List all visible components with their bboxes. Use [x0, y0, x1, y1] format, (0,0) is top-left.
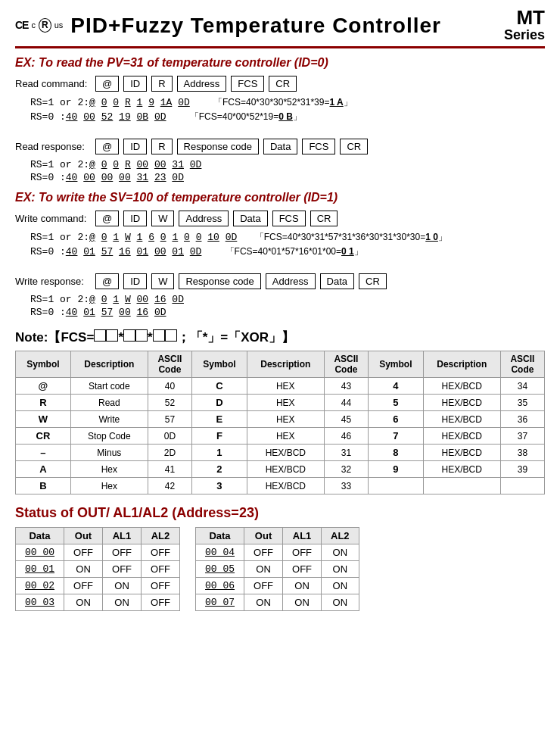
series-title: MT Series: [504, 8, 545, 43]
table-row: –Minus2D1HEX/BCD318HEX/BCD38: [16, 445, 545, 461]
cmd-box-at: @: [95, 76, 119, 92]
fcs-ascii-code: [500, 478, 544, 494]
fcs-description: HEX/BCD: [247, 461, 324, 478]
fcs-description: HEX: [247, 428, 324, 445]
ex1-rs0-line1: RS=0 :40 00 52 19 0B 0D 「FCS=40*00*52*19…: [30, 111, 545, 123]
status-value: OFF: [103, 544, 142, 561]
status-table-1: Data Out AL1 AL2 00 00OFFOFFOFF00 01ONOF…: [15, 527, 180, 611]
status-value: ON: [322, 594, 359, 611]
status-value: ON: [283, 594, 322, 611]
cmd-box-fcs: FCS: [231, 76, 264, 92]
st2-th-out: Out: [244, 528, 283, 544]
table-row: 00 06OFFONON: [196, 578, 359, 594]
wresp-box-id: ID: [123, 273, 147, 289]
cmd-box-id: ID: [123, 76, 147, 92]
logo-area: CE c R us: [15, 18, 63, 33]
fcs-symbol: W: [16, 411, 71, 428]
fcs-ascii-code: 40: [148, 378, 191, 395]
series-label: Series: [504, 27, 545, 43]
wcmd-box-w: W: [151, 211, 174, 226]
fcs-description: Start code: [70, 378, 148, 395]
note-text: Note:【FCS=**；「*」=「XOR」】: [15, 330, 294, 345]
status-value: OFF: [142, 561, 180, 578]
fcs-symbol: [368, 478, 423, 494]
status-value: OFF: [283, 544, 322, 561]
status-value: OFF: [64, 578, 103, 594]
table-row: CRStop Code0DFHEX467HEX/BCD37: [16, 428, 545, 445]
fcs-ascii-code: 2D: [148, 445, 191, 461]
st2-th-data: Data: [196, 528, 244, 544]
st1-th-al1: AL1: [103, 528, 142, 544]
fcs-description: Read: [70, 395, 148, 411]
note-section: Note:【FCS=**；「*」=「XOR」】: [15, 329, 545, 346]
table-row: 00 04OFFOFFON: [196, 544, 359, 561]
status-data: 00 07: [196, 594, 244, 611]
status-value: OFF: [244, 578, 283, 594]
fcs-ascii-code: 57: [148, 411, 191, 428]
fcs-description: HEX/BCD: [247, 445, 324, 461]
status-value: ON: [103, 578, 142, 594]
status-value: ON: [322, 561, 359, 578]
resp-box-at: @: [95, 139, 119, 154]
status-value: OFF: [244, 544, 283, 561]
status-data: 00 03: [16, 594, 64, 611]
status-data: 00 05: [196, 561, 244, 578]
table-row: 00 00OFFOFFOFF: [16, 544, 180, 561]
fcs-ascii-code: 35: [500, 395, 544, 411]
th-desc3: Description: [423, 351, 500, 378]
fcs-description: HEX/BCD: [423, 411, 500, 428]
fcs-description: Hex: [70, 478, 148, 494]
title-area: PID+Fuzzy Temperature Controller: [63, 14, 504, 38]
series-mt: MT: [504, 8, 545, 27]
read-command-row: Read command: @ ID R Address FCS CR: [15, 76, 545, 92]
wcmd-box-data: Data: [233, 211, 267, 226]
ex1-rs0-line2: RS=0 :40 00 00 00 31 23 0D: [30, 172, 545, 183]
fcs-description: Stop Code: [70, 428, 148, 445]
fcs-description: [423, 478, 500, 494]
status-data: 00 01: [16, 561, 64, 578]
fcs-description: HEX/BCD: [423, 461, 500, 478]
ex2-rs1-line2: RS=1 or 2:@ 0 1 W 00 16 0D: [30, 294, 545, 305]
fcs-ascii-code: 42: [148, 478, 191, 494]
table-row: RRead52DHEX445HEX/BCD35: [16, 395, 545, 411]
ex2-rs1-line1: RS=1 or 2:@ 0 1 W 1 6 0 1 0 0 10 0D 「FCS…: [30, 231, 545, 244]
status-value: ON: [244, 561, 283, 578]
st2-th-al2: AL2: [322, 528, 359, 544]
status-tables: Data Out AL1 AL2 00 00OFFOFFOFF00 01ONOF…: [15, 527, 545, 611]
table-row: WWrite57EHEX456HEX/BCD36: [16, 411, 545, 428]
fcs-ascii-code: 41: [148, 461, 191, 478]
status-value: ON: [322, 578, 359, 594]
fcs-symbol: E: [191, 411, 247, 428]
fcs-symbol: D: [191, 395, 247, 411]
th-symbol2: Symbol: [191, 351, 247, 378]
resp-box-data: Data: [263, 139, 297, 154]
st2-th-al1: AL1: [283, 528, 322, 544]
status-title: Status of OUT/ AL1/AL2 (Address=23): [15, 505, 545, 521]
status-value: ON: [64, 594, 103, 611]
status-value: OFF: [142, 578, 180, 594]
th-symbol3: Symbol: [368, 351, 423, 378]
wresp-box-respcode: Response code: [179, 273, 260, 289]
fcs-description: HEX/BCD: [247, 478, 324, 494]
th-desc2: Description: [247, 351, 324, 378]
fcs-symbol: 5: [368, 395, 423, 411]
fcs-symbol: C: [191, 378, 247, 395]
ex2-rs0-line1: RS=0 :40 01 57 16 01 00 01 0D 「FCS=40*01…: [30, 245, 545, 258]
table-row: AHex412HEX/BCD329HEX/BCD39: [16, 461, 545, 478]
th-symbol1: Symbol: [16, 351, 71, 378]
fcs-symbol: –: [16, 445, 71, 461]
ex2-rs0-line2: RS=0 :40 01 57 00 16 0D: [30, 307, 545, 318]
fcs-ascii-code: 36: [500, 411, 544, 428]
table-row: 00 07ONONON: [196, 594, 359, 611]
read-response-row: Read response: @ ID R Response code Data…: [15, 139, 545, 154]
fcs-ascii-code: 46: [324, 428, 368, 445]
wcmd-box-cr: CR: [310, 211, 338, 226]
wcmd-box-fcs: FCS: [272, 211, 306, 226]
status-value: ON: [322, 544, 359, 561]
fcs-description: HEX/BCD: [423, 428, 500, 445]
write-response-label: Write response:: [15, 276, 91, 287]
us-subscript: us: [54, 20, 64, 30]
status-value: OFF: [142, 544, 180, 561]
status-value: OFF: [64, 544, 103, 561]
th-ascii1: ASCIICode: [148, 351, 191, 378]
